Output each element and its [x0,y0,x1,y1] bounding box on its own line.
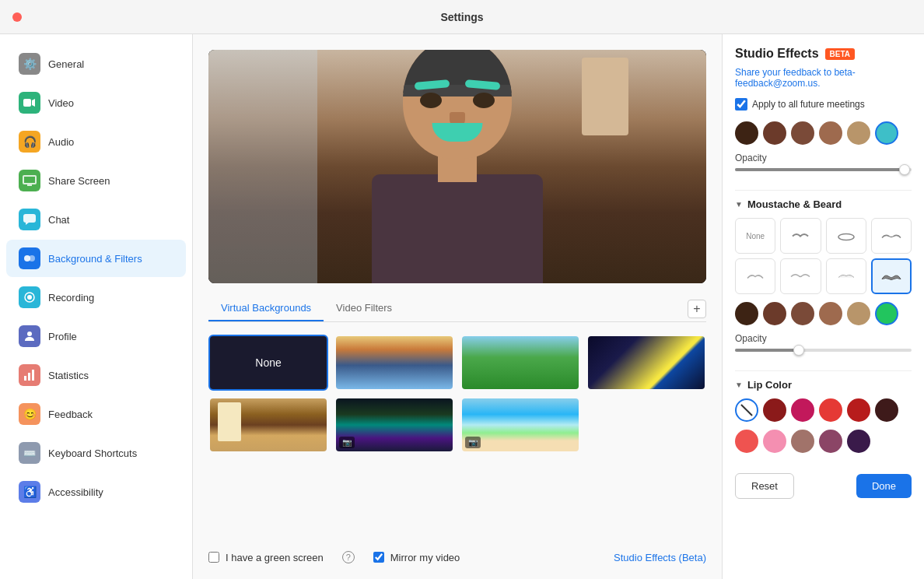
background-space[interactable] [586,335,706,391]
background-grass[interactable] [460,335,580,391]
mustache-2[interactable] [826,218,866,254]
tab-virtual-backgrounds[interactable]: Virtual Backgrounds [208,296,324,321]
sidebar-label-profile: Profile [48,331,77,342]
right-panel: Studio Effects BETA Share your feedback … [722,34,924,579]
mustache-color-grid [735,302,912,325]
mustache-color-3[interactable] [791,302,814,325]
sidebar-item-share-screen[interactable]: Share Screen [6,162,186,199]
sidebar-item-keyboard-shortcuts[interactable]: ⌨️ Keyboard Shortcuts [6,434,186,472]
eyebrow-color-1[interactable] [735,121,758,145]
eyebrow-color-3[interactable] [791,121,814,145]
mustache-1[interactable] [780,218,821,254]
svg-marker-6 [26,223,29,225]
lip-color-4[interactable] [847,398,870,422]
sidebar-item-background-filters[interactable]: Background & Filters [6,240,186,277]
lip-color-title: Lip Color [747,379,792,391]
green-screen-help[interactable]: ? [342,551,355,563]
sidebar-label-accessibility: Accessibility [48,486,103,498]
lip-color-1[interactable] [763,398,786,422]
lip-color-2[interactable] [791,398,814,422]
mustache-color-5[interactable] [847,302,870,325]
background-golden-gate[interactable] [334,335,454,391]
mustache-chevron: ▼ [735,200,743,209]
eyebrow-color-2[interactable] [763,121,786,145]
mustache-4[interactable] [735,258,775,294]
done-button[interactable]: Done [856,474,912,498]
mustache-none[interactable]: None [735,218,775,254]
lip-color-5[interactable] [875,398,898,422]
video-preview [208,50,706,283]
mustache-6[interactable] [826,258,866,294]
accessibility-icon: ♿ [19,481,40,503]
sidebar-label-statistics: Statistics [48,370,89,381]
content-area: Virtual Backgrounds Video Filters + None [193,34,722,579]
green-screen-checkbox[interactable] [208,552,219,563]
mustache-color-1[interactable] [735,302,758,325]
sidebar-item-recording[interactable]: Recording [6,279,186,316]
sidebar-item-general[interactable]: ⚙️ General [6,45,186,82]
svg-point-10 [27,295,32,300]
sidebar-item-feedback[interactable]: 😊 Feedback [6,395,186,433]
lip-color-none[interactable] [735,398,758,422]
recording-icon [19,286,40,308]
mustache-5[interactable] [780,258,821,294]
lip-color-section-header[interactable]: ▼ Lip Color [735,379,912,391]
sidebar-item-statistics[interactable]: Statistics [6,356,186,394]
studio-effects-link[interactable]: Studio Effects (Beta) [614,552,706,563]
sidebar-label-recording: Recording [48,292,94,304]
profile-icon [19,325,40,347]
eyebrow-color-5[interactable] [847,121,870,145]
background-filters-icon [19,247,40,269]
lip-color-9[interactable] [819,430,842,453]
mustache-grid: None [735,218,912,294]
mustache-color-4[interactable] [819,302,842,325]
background-room[interactable] [208,397,328,453]
mirror-video-label[interactable]: Mirror my video [373,552,460,563]
sidebar-item-video[interactable]: Video [6,84,186,121]
background-aurora[interactable]: 📷 [334,397,454,453]
eyebrow-opacity-slider[interactable] [735,168,912,179]
mustache-title: Moustache & Beard [747,198,842,210]
general-icon: ⚙️ [19,53,40,75]
background-beach[interactable]: 📷 [460,397,580,453]
sidebar-item-chat[interactable]: Chat [6,201,186,238]
svg-marker-1 [32,99,35,107]
svg-rect-12 [24,376,26,381]
sidebar-item-audio[interactable]: 🎧 Audio [6,123,186,160]
window-title: Settings [440,11,483,23]
add-background-button[interactable]: + [688,300,706,318]
mustache-opacity-slider[interactable] [735,349,912,360]
window-close-dot[interactable] [12,12,22,22]
mustache-opacity-row: Opacity [735,333,912,360]
apply-future-meetings-checkbox[interactable] [735,98,747,111]
green-screen-label[interactable]: I have a green screen [208,552,324,563]
mustache-7[interactable] [871,258,912,294]
mirror-video-checkbox[interactable] [373,552,384,563]
mustache-opacity-label: Opacity [735,333,912,344]
lip-color-6[interactable] [735,430,758,453]
lip-color-7[interactable] [763,430,786,453]
apply-label: Apply to all future meetings [752,99,865,110]
sidebar-item-accessibility[interactable]: ♿ Accessibility [6,473,186,511]
mustache-section-header[interactable]: ▼ Moustache & Beard [735,198,912,210]
lip-color-3[interactable] [819,398,842,422]
panel-header: Studio Effects BETA [735,47,912,61]
eyebrow-color-4[interactable] [819,121,842,145]
reset-button[interactable]: Reset [735,473,794,499]
mustache-color-2[interactable] [763,302,786,325]
eyebrow-color-6[interactable] [875,121,898,145]
sidebar-item-profile[interactable]: Profile [6,318,186,355]
svg-rect-4 [27,184,32,186]
lip-color-10[interactable] [847,430,870,453]
sidebar-label-general: General [48,58,84,70]
video-icon [19,92,40,114]
share-screen-icon [19,170,40,191]
beta-badge: BETA [825,48,855,60]
svg-rect-5 [23,214,36,223]
lip-color-8[interactable] [791,430,814,453]
mustache-color-6[interactable] [875,302,898,325]
tab-video-filters[interactable]: Video Filters [324,296,404,321]
feedback-link-text: Share your feedback to beta-feedback@zoo… [735,67,912,89]
mustache-3[interactable] [871,218,912,254]
background-none[interactable]: None [208,335,328,391]
